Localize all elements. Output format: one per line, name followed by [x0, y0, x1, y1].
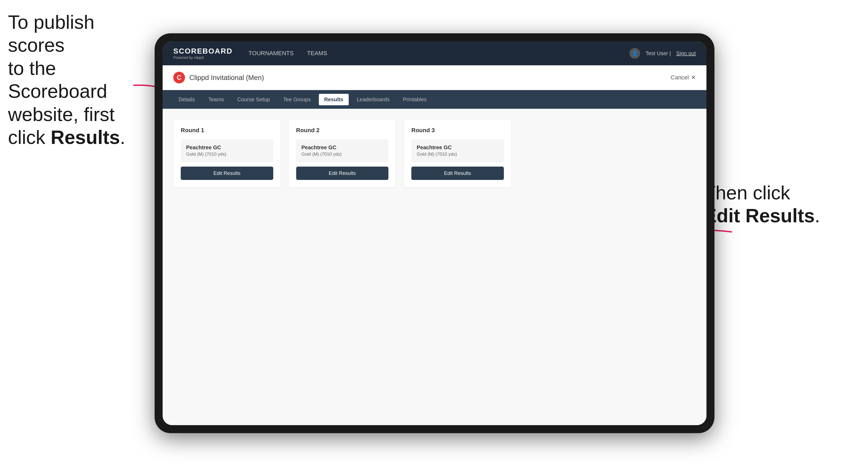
round-3-edit-results-button[interactable]: Edit Results [411, 166, 504, 180]
round-2-course-details: Gold (M) (7010 yds) [302, 152, 383, 157]
cancel-label: Cancel [671, 74, 689, 81]
tab-details[interactable]: Details [173, 94, 200, 105]
logo-sub: Powered by clippd [173, 56, 232, 60]
instruction-line2: to the Scoreboard [8, 58, 107, 102]
results-content: Round 1 Peachtree GC Gold (M) (7010 yds)… [163, 109, 707, 425]
round-1-course-details: Gold (M) (7010 yds) [186, 152, 268, 157]
round-3-title: Round 3 [411, 127, 504, 134]
round-1-edit-results-button[interactable]: Edit Results [181, 166, 273, 180]
top-nav: SCOREBOARD Powered by clippd TOURNAMENTS… [163, 41, 707, 65]
round-1-course-card: Peachtree GC Gold (M) (7010 yds) [181, 139, 273, 162]
tablet-screen: SCOREBOARD Powered by clippd TOURNAMENTS… [163, 41, 707, 425]
instruction-line1: To publish scores [8, 11, 94, 56]
nav-signout[interactable]: Sign out [676, 51, 696, 57]
tournament-name: Clippd Invitational (Men) [189, 73, 671, 82]
round-2-title: Round 2 [296, 127, 389, 134]
nav-teams[interactable]: TEAMS [307, 49, 328, 58]
round-2-course-name: Peachtree GC [302, 145, 383, 151]
nav-user: Test User | [645, 51, 671, 57]
round-1-title: Round 1 [181, 127, 273, 134]
user-avatar: 👤 [629, 48, 640, 59]
instruction-right-period: . [815, 205, 820, 226]
nav-links: TOURNAMENTS TEAMS [248, 49, 629, 58]
tablet-device: SCOREBOARD Powered by clippd TOURNAMENTS… [155, 33, 714, 433]
instruction-period: . [120, 127, 125, 148]
instruction-results-bold: Results [51, 127, 120, 148]
instruction-line3: website, first [8, 104, 115, 125]
round-2-edit-results-button[interactable]: Edit Results [296, 166, 389, 180]
round-1-card: Round 1 Peachtree GC Gold (M) (7010 yds)… [173, 119, 281, 187]
logo-text: SCOREBOARD [173, 47, 232, 56]
round-1-course-name: Peachtree GC [186, 145, 268, 151]
tournament-header: C Clippd Invitational (Men) Cancel ✕ [163, 65, 707, 90]
instruction-line4-normal: click [8, 127, 51, 148]
tab-printables[interactable]: Printables [398, 94, 432, 105]
round-3-course-name: Peachtree GC [417, 145, 498, 151]
rounds-grid: Round 1 Peachtree GC Gold (M) (7010 yds)… [173, 119, 626, 187]
tab-results[interactable]: Results [319, 94, 349, 105]
content-area: C Clippd Invitational (Men) Cancel ✕ Det… [163, 65, 707, 425]
tabs-bar: Details Teams Course Setup Tee Groups Re… [163, 90, 707, 109]
round-2-course-card: Peachtree GC Gold (M) (7010 yds) [296, 139, 389, 162]
tab-leaderboards[interactable]: Leaderboards [351, 94, 395, 105]
round-3-course-details: Gold (M) (7010 yds) [417, 152, 498, 157]
tab-tee-groups[interactable]: Tee Groups [278, 94, 316, 105]
cancel-button[interactable]: Cancel ✕ [671, 74, 696, 81]
tournament-icon: C [173, 72, 185, 84]
instruction-right: Then click Edit Results. [704, 181, 820, 227]
nav-tournaments[interactable]: TOURNAMENTS [248, 49, 294, 58]
instruction-edit-bold: Edit Results [704, 205, 815, 226]
close-icon: ✕ [691, 74, 696, 81]
tab-course-setup[interactable]: Course Setup [232, 94, 275, 105]
nav-right: 👤 Test User | Sign out [629, 48, 696, 59]
round-2-card: Round 2 Peachtree GC Gold (M) (7010 yds)… [289, 119, 396, 187]
tab-teams[interactable]: Teams [203, 94, 229, 105]
round-3-card: Round 3 Peachtree GC Gold (M) (7010 yds)… [404, 119, 511, 187]
scoreboard-logo: SCOREBOARD Powered by clippd [173, 47, 232, 60]
round-3-course-card: Peachtree GC Gold (M) (7010 yds) [411, 139, 504, 162]
instruction-left: To publish scores to the Scoreboard webs… [8, 11, 147, 149]
instruction-right-line1: Then click [704, 182, 790, 204]
